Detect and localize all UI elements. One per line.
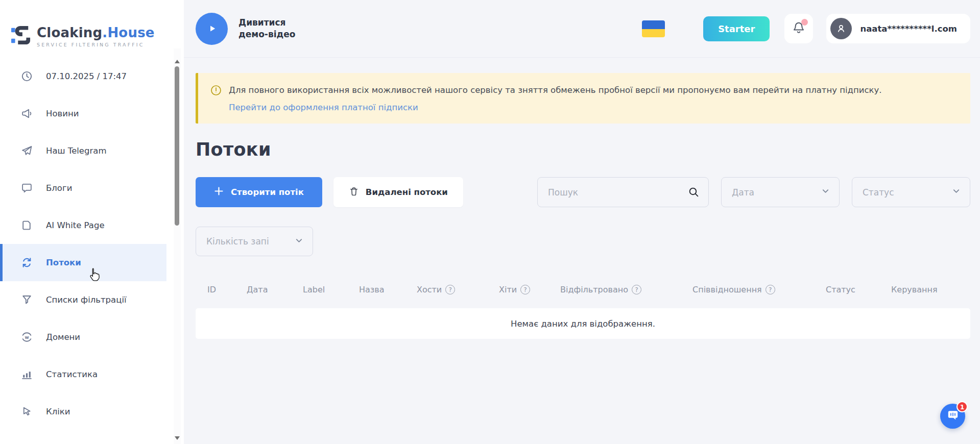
sidebar-item-statistics[interactable]: Статистика [0,356,166,393]
col-label: Керування [891,285,938,294]
svg-text:w: w [25,335,29,340]
col-label: Label [303,285,325,294]
sidebar-item-telegram[interactable]: Наш Telegram [0,132,166,169]
chat-bubble-icon [20,182,33,194]
col-filtered: Відфільтровано? [560,285,641,294]
scrollbar-up-arrow[interactable] [175,60,180,63]
globe-icon: w [20,331,33,343]
language-flag-ukraine[interactable] [642,20,665,37]
deleted-flows-label: Видалені потоки [366,187,448,197]
deleted-flows-button[interactable]: Видалені потоки [333,177,463,207]
table-empty-state: Немає даних для відображення. [196,308,970,339]
per-page-select[interactable]: Кількість запі [196,227,313,256]
play-icon[interactable] [196,13,228,45]
banner-message: Для повного використання всіх можливосте… [229,84,882,96]
clock-icon [20,70,33,83]
brand-name-accent: .House [102,25,154,40]
notifications-button[interactable] [784,14,813,43]
chat-widget-button[interactable]: 1 [940,404,965,429]
bar-chart-icon [20,368,33,381]
chat-unread-badge: 1 [957,401,968,412]
col-id: ID [207,285,216,294]
chevron-down-icon [952,187,961,198]
main-content: Дивитися демо-відео Starter [184,0,980,444]
sidebar-item-clicks[interactable]: Кліки [0,393,166,430]
sidebar-item-news[interactable]: Новини [0,95,166,132]
telegram-icon [20,145,33,157]
plan-badge[interactable]: Starter [703,16,770,41]
user-email: naata**********l.com [860,24,957,34]
sync-icon [20,257,33,269]
brand-logo-text: Cloaking.House SERVICE FILTERING TRAFFIC [37,25,155,47]
help-icon[interactable]: ? [766,285,775,294]
toolbar: Створити потік Видалені потоки Дата [196,177,970,207]
help-icon[interactable]: ? [445,285,455,294]
help-icon[interactable]: ? [520,285,530,294]
brand-name: Cloaking [37,25,102,40]
sidebar-item-filter-lists[interactable]: Списки фільтрації [0,281,166,318]
sidebar-item-label: 07.10.2025 / 17:47 [46,71,127,81]
chevron-down-icon [295,236,303,247]
brand-logo-icon [11,23,31,49]
col-label: Label [303,285,325,294]
demo-video-label: Дивитися демо-відео [238,17,304,40]
sidebar-item-datetime[interactable]: 07.10.2025 / 17:47 [0,58,166,95]
col-label: Співвідношення [692,285,762,294]
funnel-icon [20,294,33,306]
sidebar: Cloaking.House SERVICE FILTERING TRAFFIC… [0,0,184,444]
col-date: Дата [247,285,268,294]
scrollbar-thumb[interactable] [175,66,179,226]
empty-message: Немає даних для відображення. [511,319,655,329]
col-ratio: Співвідношення? [692,285,775,294]
trial-warning-banner: Для повного використання всіх можливосте… [196,73,970,124]
brand-logo[interactable]: Cloaking.House SERVICE FILTERING TRAFFIC [0,0,184,58]
page-body: Для повного використання всіх можливосте… [184,58,980,339]
sidebar-item-label: Новини [46,109,79,118]
flag-yellow-stripe [642,29,665,37]
warning-icon [210,85,222,96]
col-label: Хіти [499,285,517,294]
sidebar-item-blogs[interactable]: Блоги [0,169,166,207]
col-name: Назва [359,285,385,294]
upgrade-subscription-link[interactable]: Перейти до оформлення платної підписки [229,103,418,112]
create-flow-label: Створити потік [231,187,304,197]
date-filter-select[interactable]: Дата [721,177,840,207]
table-header: ID Дата Label Назва Хости? Хіти? Відфіль… [196,285,970,298]
search-icon[interactable] [688,186,700,200]
sidebar-menu: 07.10.2025 / 17:47 Новини Наш Telegram Б… [0,58,166,430]
col-label: Дата [247,285,268,294]
mouse-cursor [87,267,102,285]
status-filter-label: Статус [863,187,894,198]
sidebar-scrollbar[interactable] [174,48,181,444]
help-icon[interactable]: ? [632,285,641,294]
chevron-down-icon [821,187,830,198]
topbar: Дивитися демо-відео Starter [184,0,980,58]
topbar-right: Starter naata**********l.com [642,14,970,43]
create-flow-button[interactable]: Створити потік [196,177,322,207]
search-box [537,177,709,207]
cursor-icon [20,406,33,418]
brand-tagline: SERVICE FILTERING TRAFFIC [37,42,155,47]
demo-video-button[interactable]: Дивитися демо-відео [196,13,304,45]
sidebar-item-domains[interactable]: w Домени [0,318,166,356]
notification-dot [801,19,808,26]
banner-text-block: Для повного використання всіх можливосте… [229,84,882,112]
sidebar-item-label: Блоги [46,183,72,193]
col-actions: Керування [891,285,938,294]
col-status: Статус [826,285,855,294]
plus-icon [214,186,224,198]
sidebar-item-label: Потоки [46,258,81,267]
date-filter-label: Дата [732,187,754,198]
page-icon [20,219,33,232]
sidebar-item-ai-white-page[interactable]: AI White Page [0,207,166,244]
sidebar-item-label: Наш Telegram [46,146,106,156]
sidebar-item-flows[interactable]: Потоки [0,244,166,281]
status-filter-select[interactable]: Статус [852,177,970,207]
scrollbar-down-arrow[interactable] [175,436,180,440]
megaphone-icon [20,108,33,120]
search-input[interactable] [537,177,709,207]
col-label: ID [207,285,216,294]
sidebar-item-label: Списки фільтрації [46,295,127,305]
sidebar-item-label: Домени [46,332,80,342]
user-account-button[interactable]: naata**********l.com [826,14,970,43]
